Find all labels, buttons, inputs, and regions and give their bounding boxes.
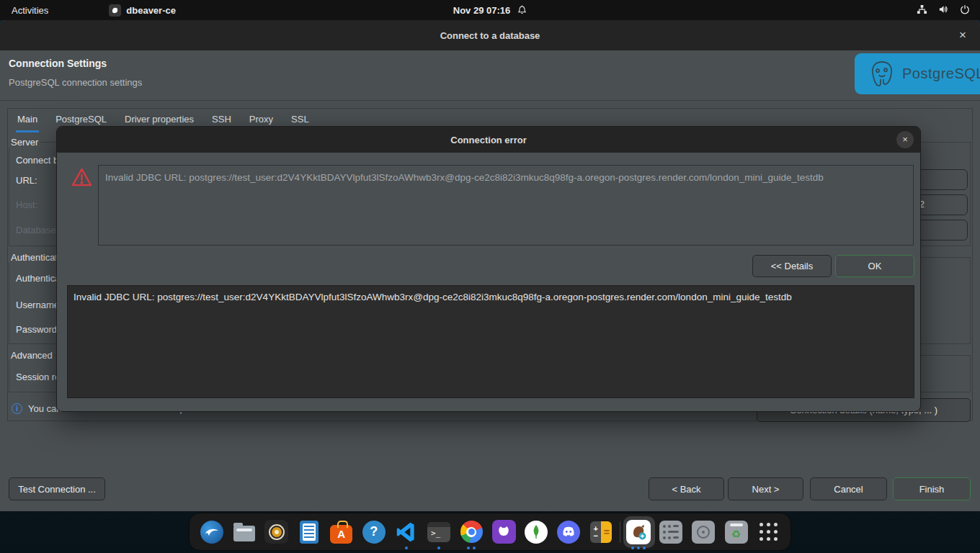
dock-area: A ? >_ bbox=[0, 511, 980, 553]
postgresql-logo: PostgreSQL bbox=[855, 53, 980, 94]
error-dialog-title: Connection error bbox=[450, 135, 526, 145]
back-button[interactable]: < Back bbox=[649, 477, 724, 500]
cancel-button[interactable]: Cancel bbox=[810, 477, 887, 500]
error-warning-icon bbox=[71, 167, 93, 191]
chrome-icon[interactable] bbox=[455, 513, 488, 551]
system-status-area[interactable] bbox=[917, 0, 970, 20]
error-message-box: Invalid JDBC URL: postgres://test_user:d… bbox=[98, 165, 914, 246]
focused-app-name: dbeaver-ce bbox=[126, 5, 176, 16]
server-group-label: Server bbox=[9, 137, 40, 148]
thunderbird-icon[interactable] bbox=[195, 513, 228, 551]
error-details-text[interactable]: Invalid JDBC URL: postgres://test_user:d… bbox=[67, 285, 914, 398]
volume-icon bbox=[938, 4, 949, 17]
ubuntu-software-icon[interactable]: A bbox=[325, 513, 357, 551]
dbeaver-icon[interactable] bbox=[623, 513, 655, 551]
window-titlebar[interactable]: Connect to a database × bbox=[0, 20, 980, 50]
error-dialog-titlebar[interactable]: Connection error bbox=[57, 127, 920, 153]
host-label: Host: bbox=[16, 199, 37, 210]
disks-icon[interactable] bbox=[687, 513, 720, 551]
finish-button[interactable]: Finish bbox=[893, 477, 971, 500]
ok-button[interactable]: OK bbox=[835, 255, 914, 277]
url-label: URL: bbox=[16, 175, 37, 186]
username-label: Username: bbox=[16, 300, 62, 310]
page-subtitle: PostgreSQL connection settings bbox=[9, 77, 142, 88]
show-apps-icon[interactable] bbox=[752, 513, 785, 551]
dock-separator bbox=[620, 521, 620, 543]
vscode-icon[interactable] bbox=[390, 513, 422, 551]
postgresql-elephant-icon bbox=[868, 59, 896, 89]
github-desktop-icon[interactable] bbox=[488, 513, 520, 551]
network-icon bbox=[917, 4, 927, 17]
test-connection-button[interactable]: Test Connection ... bbox=[9, 477, 105, 500]
desktop: Activities dbeaver-ce Nov 29 07:16 bbox=[0, 0, 980, 553]
wizard-header: Connection Settings PostgreSQL connectio… bbox=[0, 50, 980, 101]
settings-icon[interactable] bbox=[655, 513, 687, 551]
activities-button[interactable]: Activities bbox=[12, 5, 48, 16]
window-close-icon[interactable]: × bbox=[956, 28, 970, 42]
trash-icon[interactable]: ♻ bbox=[720, 513, 752, 551]
discord-icon[interactable] bbox=[553, 513, 585, 551]
bell-icon bbox=[517, 4, 527, 17]
calculator-icon[interactable]: +−= bbox=[585, 513, 618, 551]
postgresql-logo-text: PostgreSQL bbox=[902, 66, 980, 82]
next-button[interactable]: Next > bbox=[728, 477, 803, 500]
window-title: Connect to a database bbox=[440, 30, 540, 41]
gnome-top-bar: Activities dbeaver-ce Nov 29 07:16 bbox=[0, 0, 980, 20]
dock: A ? >_ bbox=[189, 513, 791, 551]
database-label: Database: bbox=[16, 225, 58, 235]
files-icon[interactable] bbox=[228, 513, 260, 551]
details-toggle-button[interactable]: << Details bbox=[752, 255, 832, 277]
clock[interactable]: Nov 29 07:16 bbox=[453, 5, 511, 16]
tab-main[interactable]: Main bbox=[16, 109, 39, 132]
focused-app-menu[interactable]: dbeaver-ce bbox=[109, 4, 176, 17]
dbeaver-app-icon bbox=[109, 4, 121, 17]
info-icon: i bbox=[12, 403, 22, 414]
connection-error-dialog: Connection error × Invalid JDBC URL: pos… bbox=[56, 126, 921, 412]
advanced-group-label: Advanced bbox=[9, 350, 55, 361]
mongodb-compass-icon[interactable] bbox=[520, 513, 553, 551]
error-dialog-close-icon[interactable]: × bbox=[896, 131, 914, 148]
password-label: Password: bbox=[16, 324, 60, 335]
help-icon[interactable]: ? bbox=[357, 513, 390, 551]
terminal-icon[interactable]: >_ bbox=[422, 513, 455, 551]
power-icon bbox=[960, 4, 970, 17]
libreoffice-writer-icon[interactable] bbox=[293, 513, 325, 551]
page-title: Connection Settings bbox=[9, 58, 107, 69]
rhythmbox-icon[interactable] bbox=[260, 513, 293, 551]
